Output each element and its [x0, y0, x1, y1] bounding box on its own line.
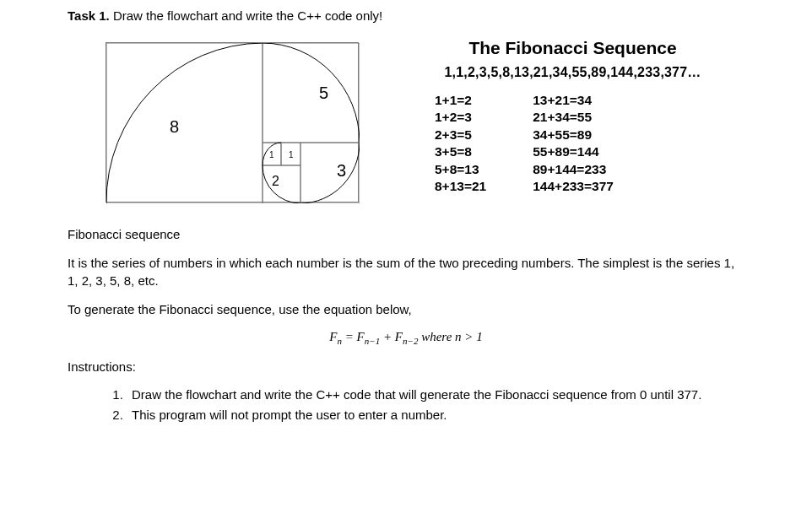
fib-sum: 3+5=8	[435, 143, 486, 160]
fib-sequence: 1,1,2,3,5,8,13,21,34,55,89,144,233,377…	[401, 65, 744, 80]
instructions-label: Instructions:	[68, 359, 744, 374]
instruction-item: This program will not prompt the user to…	[127, 406, 744, 424]
fibonacci-panel: The Fibonacci Sequence 1,1,2,3,5,8,13,21…	[401, 38, 744, 202]
task-label: Task 1.	[68, 8, 110, 23]
fib-sum: 21+34=55	[533, 109, 614, 126]
spiral-label-1a: 1	[269, 150, 274, 159]
fib-sum: 8+13=21	[435, 178, 486, 195]
fib-sums: 1+1=2 1+2=3 2+3=5 3+5=8 5+8=13 8+13=21 1…	[401, 92, 744, 196]
fib-sum: 13+21=34	[533, 92, 614, 109]
spiral-svg	[106, 43, 360, 203]
fib-sum: 34+55=89	[533, 127, 614, 143]
fib-col-1: 1+1=2 1+2=3 2+3=5 3+5=8 5+8=13 8+13=21	[435, 92, 486, 196]
fib-sum: 1+1=2	[435, 92, 486, 109]
spiral-label-1b: 1	[289, 150, 294, 159]
spiral-label-5: 5	[319, 84, 328, 103]
task-text: Draw the flowchart and write the C++ cod…	[110, 8, 383, 23]
paragraph-1: It is the series of numbers in which eac…	[68, 255, 744, 289]
equation-where: where n > 1	[418, 330, 482, 343]
fib-sum: 1+2=3	[435, 109, 486, 126]
svg-rect-1	[263, 43, 360, 143]
fib-sum: 2+3=5	[435, 127, 486, 143]
svg-rect-3	[263, 165, 300, 203]
fibonacci-equation: Fn = Fn−1 + Fn−2 where n > 1	[68, 330, 744, 346]
task-title: Task 1. Draw the flowchart and write the…	[68, 8, 744, 23]
instructions-list: Draw the flowchart and write the C++ cod…	[68, 386, 744, 424]
fib-title: The Fibonacci Sequence	[401, 38, 744, 58]
figure-row: 8 5 3 2 1 1 The Fibonacci Sequence 1,1,2…	[68, 38, 744, 202]
fibonacci-spiral-diagram: 8 5 3 2 1 1	[106, 42, 359, 202]
spiral-label-8: 8	[170, 117, 179, 137]
fib-sum: 5+8=13	[435, 161, 486, 178]
paragraph-2: To generate the Fibonacci sequence, use …	[68, 301, 744, 318]
section-heading: Fibonacci sequence	[68, 226, 744, 243]
svg-rect-2	[300, 143, 360, 203]
fib-sum: 89+144=233	[533, 161, 614, 178]
fib-col-2: 13+21=34 21+34=55 34+55=89 55+89=144 89+…	[533, 92, 614, 196]
fib-sum: 55+89=144	[533, 143, 614, 160]
spiral-label-3: 3	[337, 161, 346, 181]
spiral-label-2: 2	[272, 174, 279, 189]
instruction-item: Draw the flowchart and write the C++ cod…	[127, 386, 744, 404]
fib-sum: 144+233=377	[533, 178, 614, 195]
svg-rect-0	[106, 43, 263, 203]
